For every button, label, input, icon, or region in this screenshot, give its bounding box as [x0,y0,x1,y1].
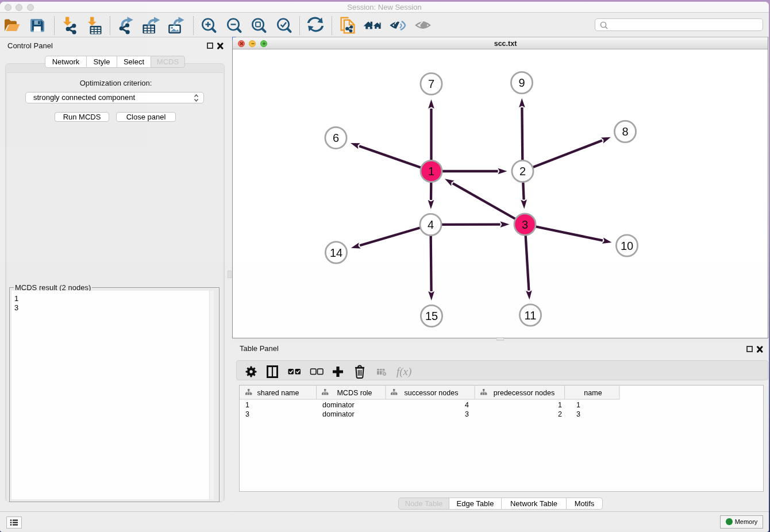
svg-text:4: 4 [428,218,434,231]
svg-text:3: 3 [576,410,580,418]
svg-text:3: 3 [245,410,249,418]
svg-text:1: 1 [428,165,434,178]
svg-text:4: 4 [465,401,469,409]
svg-text:9: 9 [518,76,525,89]
svg-text:6: 6 [333,132,339,144]
svg-text:MCDS role: MCDS role [337,389,372,397]
svg-text:3: 3 [522,218,528,231]
svg-text:f(x): f(x) [396,365,411,378]
svg-text:10: 10 [621,240,633,252]
svg-text:7: 7 [428,78,434,90]
svg-text:1: 1 [576,401,580,409]
svg-text:shared name: shared name [257,389,299,397]
svg-text:name: name [584,389,602,397]
svg-text:2: 2 [558,410,562,418]
svg-text:3: 3 [465,410,469,418]
svg-text:1: 1 [245,401,249,409]
svg-text:predecessor nodes: predecessor nodes [494,389,555,397]
svg-text:1: 1 [558,401,562,409]
svg-text:14: 14 [330,246,342,259]
svg-text:8: 8 [622,125,628,138]
svg-text:11: 11 [525,309,537,322]
svg-text:successor nodes: successor nodes [405,389,459,397]
svg-text:15: 15 [425,310,438,322]
svg-text:dominator: dominator [322,401,355,409]
svg-text:2: 2 [519,165,526,178]
svg-text:dominator: dominator [322,410,355,418]
